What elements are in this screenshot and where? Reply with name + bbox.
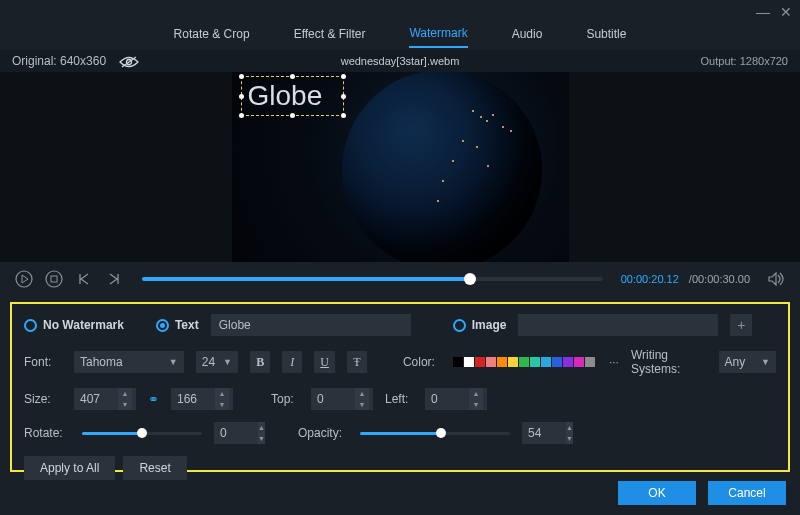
apply-to-all-button[interactable]: Apply to All	[24, 456, 115, 480]
up-icon[interactable]: ▲	[469, 388, 483, 399]
video-frame[interactable]: Globe	[232, 72, 569, 262]
font-size-select[interactable]: 24▼	[196, 351, 238, 373]
radio-no-watermark[interactable]: No Watermark	[24, 318, 124, 332]
tab-audio[interactable]: Audio	[512, 27, 543, 47]
tab-effect-filter[interactable]: Effect & Filter	[294, 27, 366, 47]
video-preview: Globe	[0, 72, 800, 262]
rotate-knob[interactable]	[137, 428, 147, 438]
svg-rect-4	[51, 276, 57, 282]
down-icon[interactable]: ▼	[258, 433, 265, 444]
color-swatch[interactable]	[508, 357, 518, 367]
timeline-slider[interactable]	[142, 277, 603, 281]
rotate-slider[interactable]	[82, 432, 202, 435]
up-icon[interactable]: ▲	[355, 388, 369, 399]
radio-text[interactable]: Text	[156, 318, 199, 332]
color-label: Color:	[403, 355, 441, 369]
height-stepper[interactable]: ▲▼	[171, 388, 233, 410]
bold-button[interactable]: B	[250, 351, 270, 373]
color-swatch[interactable]	[497, 357, 507, 367]
watermark-selection-box[interactable]	[241, 76, 344, 116]
up-icon[interactable]: ▲	[215, 388, 229, 399]
time-current: 00:00:20.12	[621, 273, 679, 285]
font-family-select[interactable]: Tahoma▼	[74, 351, 184, 373]
add-image-button[interactable]: +	[730, 314, 752, 336]
italic-button[interactable]: I	[282, 351, 302, 373]
up-icon[interactable]: ▲	[118, 388, 132, 399]
svg-point-2	[16, 271, 32, 287]
down-icon[interactable]: ▼	[566, 433, 573, 444]
titlebar: — ✕	[0, 0, 800, 24]
opacity-slider[interactable]	[360, 432, 510, 435]
original-resolution: Original: 640x360	[12, 54, 139, 68]
image-watermark-input[interactable]	[518, 314, 718, 336]
tab-subtitle[interactable]: Subtitle	[586, 27, 626, 47]
time-total: /00:00:30.00	[689, 273, 750, 285]
color-swatch[interactable]	[486, 357, 496, 367]
opacity-knob[interactable]	[436, 428, 446, 438]
radio-image[interactable]: Image	[453, 318, 507, 332]
text-watermark-input[interactable]	[211, 314, 411, 336]
color-swatch[interactable]	[574, 357, 584, 367]
output-resolution: Output: 1280x720	[701, 55, 788, 67]
down-icon[interactable]: ▼	[355, 399, 369, 410]
dialog-footer: OK Cancel	[618, 481, 786, 505]
opacity-label: Opacity:	[298, 426, 348, 440]
chevron-down-icon: ▼	[761, 357, 770, 367]
writing-systems-label: Writing Systems:	[631, 348, 707, 376]
down-icon[interactable]: ▼	[118, 399, 132, 410]
stop-button[interactable]	[44, 269, 64, 289]
svg-point-3	[46, 271, 62, 287]
filename-label: wednesday[3star].webm	[341, 55, 460, 67]
more-colors-button[interactable]: ···	[609, 355, 619, 369]
visibility-toggle-icon[interactable]	[119, 56, 139, 68]
down-icon[interactable]: ▼	[469, 399, 483, 410]
color-swatch[interactable]	[519, 357, 529, 367]
prev-frame-button[interactable]	[74, 269, 94, 289]
up-icon[interactable]: ▲	[258, 422, 265, 433]
timeline-fill	[142, 277, 470, 281]
top-label: Top:	[271, 392, 299, 406]
underline-button[interactable]: U	[314, 351, 334, 373]
tab-rotate-crop[interactable]: Rotate & Crop	[174, 27, 250, 47]
chevron-down-icon: ▼	[169, 357, 178, 367]
volume-icon[interactable]	[766, 269, 786, 289]
strike-button[interactable]: Ŧ	[347, 351, 367, 373]
play-button[interactable]	[14, 269, 34, 289]
minimize-button[interactable]: —	[756, 4, 770, 20]
opacity-stepper[interactable]: ▲▼	[522, 422, 572, 444]
left-label: Left:	[385, 392, 413, 406]
size-label: Size:	[24, 392, 62, 406]
reset-button[interactable]: Reset	[123, 456, 186, 480]
transport-bar: 00:00:20.12 /00:00:30.00	[0, 262, 800, 296]
link-dimensions-icon[interactable]: ⚭	[148, 392, 159, 407]
next-frame-button[interactable]	[104, 269, 124, 289]
color-swatch[interactable]	[475, 357, 485, 367]
close-button[interactable]: ✕	[780, 4, 792, 20]
planet-lights	[342, 72, 542, 262]
color-swatches	[453, 357, 595, 367]
up-icon[interactable]: ▲	[566, 422, 573, 433]
timeline-knob[interactable]	[464, 273, 476, 285]
color-swatch[interactable]	[541, 357, 551, 367]
width-stepper[interactable]: ▲▼	[74, 388, 136, 410]
tab-bar: Rotate & Crop Effect & Filter Watermark …	[0, 24, 800, 50]
info-bar: Original: 640x360 wednesday[3star].webm …	[0, 50, 800, 72]
down-icon[interactable]: ▼	[215, 399, 229, 410]
font-label: Font:	[24, 355, 62, 369]
rotate-label: Rotate:	[24, 426, 70, 440]
color-swatch[interactable]	[563, 357, 573, 367]
cancel-button[interactable]: Cancel	[708, 481, 786, 505]
chevron-down-icon: ▼	[223, 357, 232, 367]
rotate-stepper[interactable]: ▲▼	[214, 422, 264, 444]
tab-watermark[interactable]: Watermark	[409, 26, 467, 48]
top-stepper[interactable]: ▲▼	[311, 388, 373, 410]
color-swatch[interactable]	[464, 357, 474, 367]
color-swatch[interactable]	[552, 357, 562, 367]
color-swatch[interactable]	[530, 357, 540, 367]
color-swatch[interactable]	[453, 357, 463, 367]
writing-systems-select[interactable]: Any▼	[719, 351, 776, 373]
left-stepper[interactable]: ▲▼	[425, 388, 487, 410]
color-swatch[interactable]	[585, 357, 595, 367]
watermark-panel: No Watermark Text Image + Font: Tahoma▼ …	[10, 302, 790, 472]
ok-button[interactable]: OK	[618, 481, 696, 505]
